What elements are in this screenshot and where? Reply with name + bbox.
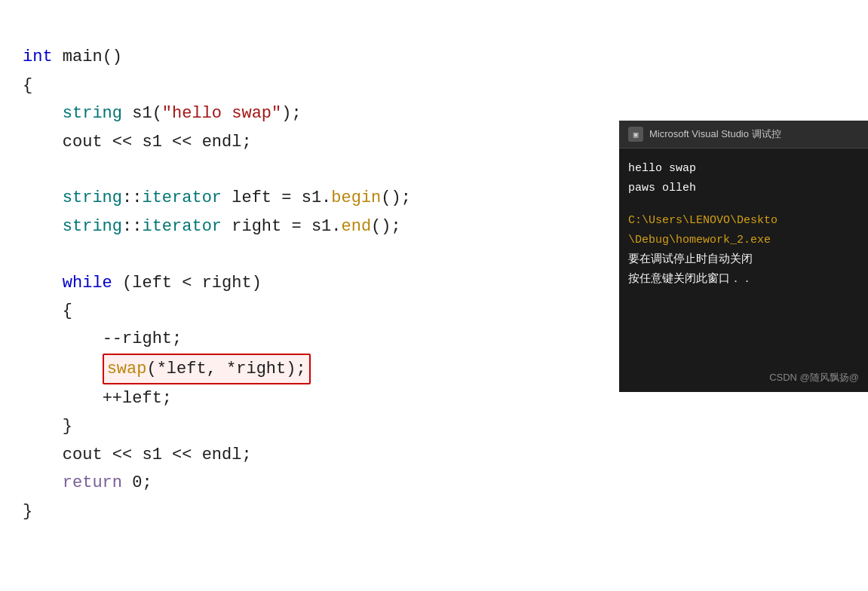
code-string-literal: "hello swap" xyxy=(162,104,281,123)
terminal-msg2: 按任意键关闭此窗口．． xyxy=(628,270,859,289)
code-keyword-int: int xyxy=(23,47,53,66)
code-type-iterator2: iterator xyxy=(142,217,222,236)
code-type-string1: string xyxy=(63,104,122,123)
code-editor: int main() { string s1("hello swap"); co… xyxy=(0,0,626,591)
terminal-output-line1: hello swap xyxy=(628,159,859,179)
code-keyword-return: return xyxy=(63,473,122,492)
terminal-app-icon: ▣ xyxy=(628,127,643,142)
terminal-title: Microsoft Visual Studio 调试控 xyxy=(649,127,781,141)
code-type-iterator1: iterator xyxy=(142,188,222,207)
code-highlighted-line: swap(*left, *right); xyxy=(103,354,311,384)
terminal-path-group: C:\Users\LENOVO\Deskto \Debug\homework_2… xyxy=(628,211,859,290)
terminal-body: hello swap paws olleh C:\Users\LENOVO\De… xyxy=(619,149,868,301)
code-fn-main: main xyxy=(63,47,103,66)
code-keyword-while: while xyxy=(63,274,112,292)
terminal-footer: CSDN @随风飘扬@ xyxy=(769,371,859,384)
code-fn-end: end xyxy=(342,217,372,236)
terminal-msg1: 要在调试停止时自动关闭 xyxy=(628,250,859,270)
code-content: int main() { string s1("hello swap"); co… xyxy=(23,15,611,553)
terminal-titlebar: ▣ Microsoft Visual Studio 调试控 xyxy=(619,121,868,149)
terminal-window: ▣ Microsoft Visual Studio 调试控 hello swap… xyxy=(619,121,868,392)
terminal-path-line2: \Debug\homework_2.exe xyxy=(628,231,859,250)
code-fn-begin: begin xyxy=(331,188,381,207)
terminal-output-line2: paws olleh xyxy=(628,179,859,198)
code-type-string3: string xyxy=(63,217,122,236)
terminal-path-line1: C:\Users\LENOVO\Deskto xyxy=(628,211,859,231)
code-type-string2: string xyxy=(63,188,122,207)
